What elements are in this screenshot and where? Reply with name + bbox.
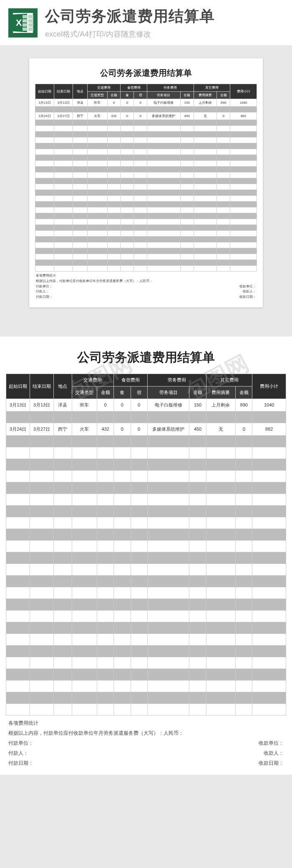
col-other-amt: 金额 — [236, 386, 252, 399]
preview-stage: 包图网 包图网 包图网 公司劳务派遣费用结算单 起始日期 结束日期 地点 交通费… — [0, 46, 292, 337]
cell-food: 0 — [121, 112, 134, 120]
cell-service_item: 电子白板维修 — [147, 399, 189, 411]
cell-start: 3月24日 — [35, 112, 54, 120]
payee-unit-label: 收款单位： — [259, 738, 284, 748]
table-row-empty — [6, 447, 286, 459]
agreement-text: 根据以上内容，付款单位应付收款单位年月劳务派遣服务费（大写）：人民币： — [8, 728, 284, 738]
table-row-empty — [35, 120, 257, 126]
cell-service_item: 多媒体系统维护 — [147, 423, 189, 435]
summary-label: 各项费用统计 — [8, 718, 284, 728]
table-row-empty — [35, 178, 257, 184]
cell-place: 泽县 — [73, 99, 88, 107]
col-service-amt: 金额 — [189, 386, 206, 399]
col-service-amt: 金额 — [180, 92, 194, 99]
table-row-empty — [6, 587, 286, 599]
cell-service_amt: 450 — [180, 112, 194, 120]
table-row-empty — [35, 167, 257, 172]
table-row-empty — [35, 213, 257, 219]
table-row-empty — [35, 184, 257, 190]
col-board: 食宿费用 — [121, 84, 147, 92]
table-row-empty — [35, 190, 257, 196]
table-row: 3月13日3月13日泽县班车000电子白板维修150上月剩余8901040 — [6, 399, 286, 411]
col-other-amt: 金额 — [217, 92, 230, 99]
excel-icon: X — [8, 8, 38, 37]
cell-place: 泽县 — [54, 399, 72, 411]
col-service-item: 劳务项目 — [147, 386, 189, 399]
table-row-empty — [6, 680, 286, 692]
col-trans-amt: 金额 — [107, 92, 121, 99]
table-row-empty — [6, 564, 286, 575]
col-board: 食宿费用 — [114, 374, 148, 386]
col-lodge: 宿 — [134, 92, 147, 99]
document-title-large: 公司劳务派遣费用结算单 — [6, 347, 286, 374]
table-row-empty — [6, 668, 286, 680]
col-food: 食 — [114, 386, 131, 399]
col-other: 其它费用 — [206, 374, 252, 386]
table-row-empty — [35, 254, 257, 260]
payer-unit-label: 付款单位： — [36, 284, 53, 289]
table-row-empty — [6, 692, 286, 703]
cell-other_desc: 无 — [194, 112, 217, 120]
cell-trans_type: 火车 — [72, 423, 97, 435]
col-food: 食 — [121, 92, 134, 99]
table-row-empty — [6, 610, 286, 622]
cell-trans_amt: 0 — [97, 399, 114, 411]
table-row: 3月24日3月27日西宁火车43200多媒体系统维护450无0882 — [6, 423, 286, 435]
cell-start: 3月13日 — [6, 399, 30, 411]
col-subtotal: 费用小计 — [252, 374, 286, 399]
table-row-empty — [35, 231, 257, 237]
cell-start: 3月13日 — [35, 99, 54, 107]
col-start-date: 起始日期 — [6, 374, 30, 399]
agreement-text: 根据以上内容，付款单位应付收款单位年月劳务派遣服务费（大写）：人民币： — [36, 279, 256, 284]
table-row-empty — [6, 622, 286, 634]
table-row-empty — [6, 529, 286, 540]
cell-end: 3月27日 — [54, 112, 73, 120]
col-trans-type: 交通类型 — [87, 92, 107, 99]
cell-end: 3月13日 — [30, 399, 54, 411]
cell-lodge: 0 — [134, 99, 147, 107]
cell-end: 3月27日 — [30, 423, 54, 435]
cell-other_amt: 0 — [217, 112, 230, 120]
payer-unit-label: 付款单位： — [8, 738, 33, 748]
table-row-empty — [35, 196, 257, 202]
col-other-desc: 费用摘要 — [206, 386, 235, 399]
cell-trans_type: 班车 — [87, 99, 107, 107]
table-row-empty — [35, 266, 257, 272]
col-lodge: 宿 — [131, 386, 147, 399]
cell-end: 3月13日 — [54, 99, 73, 107]
table-row-empty — [6, 494, 286, 505]
payer-label: 付款人： — [8, 748, 28, 758]
cell-service_amt: 150 — [189, 399, 206, 411]
table-row-empty — [6, 482, 286, 494]
cell-service_amt: 450 — [189, 423, 206, 435]
table-row-empty — [35, 126, 257, 132]
pay-date-label: 付款日期： — [36, 294, 53, 300]
cell-food: 0 — [114, 423, 131, 435]
table-row-empty — [6, 459, 286, 470]
document-title: 公司劳务派遣费用结算单 — [35, 64, 257, 84]
table-row-empty — [35, 172, 257, 178]
cell-subtotal: 1040 — [230, 99, 257, 107]
document-footer: 各项费用统计 根据以上内容，付款单位应付收款单位年月劳务派遣服务费（大写）：人民… — [35, 272, 257, 300]
table-row-empty — [35, 161, 257, 167]
table-row-empty — [35, 248, 257, 254]
table-row-empty — [6, 435, 286, 447]
table-row: 3月24日3月27日西宁火车43200多媒体系统维护450无0882 — [35, 112, 257, 120]
col-transport: 交通费用 — [72, 374, 114, 386]
col-trans-type: 交通类型 — [72, 386, 97, 399]
table-row-empty — [6, 540, 286, 552]
table-row-empty — [6, 575, 286, 587]
col-end-date: 结束日期 — [30, 374, 54, 399]
cell-place: 西宁 — [54, 423, 72, 435]
cell-start: 3月24日 — [6, 423, 30, 435]
table-row-empty — [35, 202, 257, 207]
cell-trans_type: 火车 — [87, 112, 107, 120]
cell-service_item: 多媒体系统维护 — [147, 112, 181, 120]
col-end-date: 结束日期 — [54, 84, 73, 99]
col-other: 其它费用 — [194, 84, 230, 92]
payee-label: 收款人： — [264, 748, 284, 758]
table-row-empty — [35, 149, 257, 155]
payee-label: 收款人： — [243, 289, 256, 294]
cell-other_desc: 上月剩余 — [194, 99, 217, 107]
col-other-desc: 费用摘要 — [194, 92, 217, 99]
